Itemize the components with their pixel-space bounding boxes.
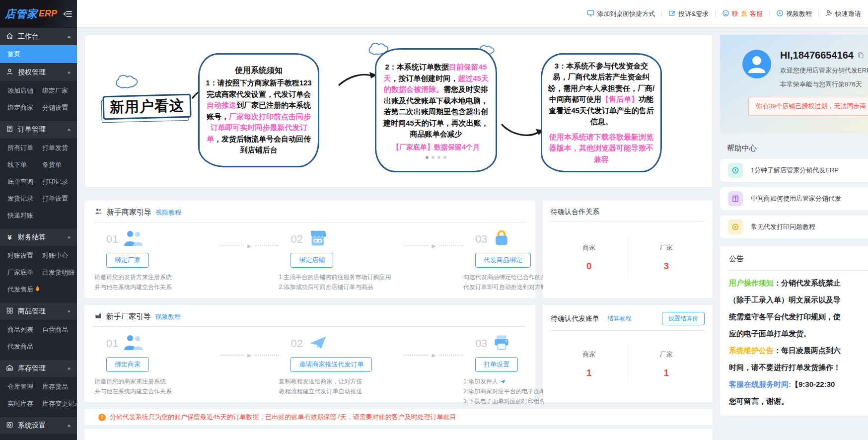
sidebar-section-finance[interactable]: ¥ 财务结算 ▲ bbox=[0, 228, 77, 246]
help-item-label: 常见代发打印问题教程 bbox=[751, 222, 815, 231]
video-tutorial-link[interactable]: 视频教程 bbox=[155, 208, 181, 217]
pending-bills-panel: 待确认代发账单 结算教程 设置结算价 商家 1 厂家 1 bbox=[543, 305, 713, 402]
section-label: 系统设置 bbox=[18, 421, 46, 430]
goods-bind-button[interactable]: 代发商品绑定 bbox=[475, 253, 531, 268]
sidebar-section-stock[interactable]: 库存管理 ▲ bbox=[0, 359, 77, 377]
copy-icon[interactable] bbox=[857, 50, 864, 61]
order-items: 所有订单 打单发货 线下单 备货单 底单查询 打印记录 发货记录 打单设置 快递… bbox=[0, 138, 77, 228]
sidebar-item[interactable]: 对账设置 bbox=[7, 247, 42, 264]
user-greeting: HI,18476654164 bbox=[780, 50, 854, 61]
help-item-print-faq[interactable]: 常见代发打印问题教程 bbox=[720, 216, 868, 238]
bubble-title: 使用系统须知 bbox=[205, 65, 313, 76]
carousel-dot[interactable] bbox=[443, 156, 446, 159]
bubble-text: 1：请按照下方商家新手教程123完成商家代发设置，代发订单会自动推送到厂家已注册… bbox=[205, 77, 313, 156]
contact-service-link[interactable]: 联 系 客服 bbox=[722, 9, 763, 18]
brand-en: ERP bbox=[39, 8, 57, 19]
finance-items: 对账设置 对账中心 厂家底单 已发货明细 代发售后 bbox=[0, 246, 77, 302]
sidebar-item[interactable]: 打印记录 bbox=[42, 173, 77, 190]
divider bbox=[661, 10, 662, 17]
sidebar-section-auth[interactable]: 授权管理 ▲ bbox=[0, 63, 77, 81]
play-icon bbox=[776, 9, 784, 18]
plane-icon bbox=[500, 379, 506, 384]
sidebar-item[interactable]: 自营商品 bbox=[42, 321, 77, 338]
step-arrow: ▶ bbox=[220, 304, 279, 406]
help-item-intro[interactable]: 1分钟了解店管家分销代发ERP bbox=[720, 159, 868, 182]
link-label: 添加到桌面快捷方式 bbox=[597, 9, 655, 18]
merchant-guide-card: 新手商家引导 视频教程 01 绑定厂家 请邀请您的发货方来注册系统 并与他在系统… bbox=[84, 201, 535, 298]
print-settings-button[interactable]: 打单设置 bbox=[475, 357, 518, 372]
sidebar-item[interactable]: 商品列表 bbox=[7, 321, 42, 338]
section-label: 商品管理 bbox=[18, 307, 46, 316]
notice-bubble-2: 2：本系统订单数据目前保留45天，按订单创建时间，超过45天的数据会被清除。需您… bbox=[375, 48, 497, 172]
sidebar-item[interactable]: 实时库存 bbox=[7, 395, 42, 412]
pending-cooperation-panel: 待确认合作关系 商家 0 厂家 3 bbox=[543, 201, 713, 298]
sidebar-item[interactable]: 添加店铺 bbox=[7, 82, 42, 99]
guide-step: 02 绑定店铺 1:主流平台的店铺需前往服务市场订购应用 2:添加成功后可同步店… bbox=[279, 229, 404, 293]
sidebar-item[interactable]: 微信授权 bbox=[42, 436, 77, 440]
sidebar-item[interactable]: 库存货品 bbox=[42, 378, 77, 395]
announcement-line: 系统维护公告：每日凌晨两点到六 bbox=[729, 342, 868, 359]
step-arrow: ▶ bbox=[404, 304, 463, 406]
sidebar-item[interactable]: 仓库管理 bbox=[7, 378, 42, 395]
section-title: 新手商家引导 bbox=[107, 208, 151, 217]
set-settlement-price-button[interactable]: 设置结算价 bbox=[662, 312, 705, 325]
carousel-dot[interactable] bbox=[432, 156, 434, 159]
data-retention-warning: ! 分销代发系统只为您的账户保留最近45天的订单数据，已出账的账单有效期保留7天… bbox=[84, 409, 713, 425]
video-tutorial-link[interactable]: 视频教程 bbox=[155, 312, 181, 321]
sidebar-item[interactable]: 分销设置 bbox=[42, 99, 77, 116]
sidebar-item[interactable]: 绑定厂家 bbox=[42, 82, 77, 99]
link-label: 系 bbox=[741, 9, 747, 18]
quick-invite-link[interactable]: 快速邀请 bbox=[825, 9, 861, 18]
sidebar-item-home[interactable]: 首页 bbox=[0, 45, 77, 63]
people-group-icon bbox=[94, 208, 103, 217]
new-user-banner: 新用户看这 使用系统须知 1：请按照下方商家新手教程123完成商家代发设置，代发… bbox=[84, 35, 713, 188]
help-item-middleman[interactable]: 中间商如何使用店管家分销代发 bbox=[720, 187, 868, 210]
sidebar-item[interactable]: 打单发货 bbox=[42, 140, 77, 156]
step-number: 03 bbox=[475, 233, 487, 246]
feedback-link[interactable]: 投诉&需求 bbox=[668, 9, 709, 18]
video-tutorial-link[interactable]: 视频教程 bbox=[776, 9, 812, 18]
printer-icon bbox=[492, 333, 511, 354]
sidebar-section-system[interactable]: 系统设置 ▲ bbox=[0, 416, 77, 434]
sidebar-item[interactable]: 代发商品 bbox=[7, 338, 42, 355]
carousel-dot[interactable] bbox=[426, 156, 429, 159]
sidebar-item[interactable]: 已发货明细 bbox=[42, 264, 77, 281]
sidebar-item[interactable]: 发货记录 bbox=[7, 190, 42, 207]
sidebar-item[interactable]: 打单设置 bbox=[42, 190, 77, 207]
sidebar-item[interactable]: 绑定商家 bbox=[7, 99, 42, 116]
bubble-text: 2：本系统订单数据目前保留45天，按订单创建时间，超过45天的数据会被清除。需您… bbox=[381, 62, 491, 140]
bind-factory-button[interactable]: 绑定厂家 bbox=[106, 253, 149, 268]
carousel-dot[interactable] bbox=[437, 156, 440, 159]
sidebar-section-workbench[interactable]: 工作台 ▲ bbox=[0, 27, 77, 45]
sidebar-item[interactable]: 账户管理 bbox=[7, 436, 42, 440]
sidebar-item[interactable]: 所有订单 bbox=[7, 140, 42, 156]
sidebar-item[interactable]: 厂家底单 bbox=[7, 264, 42, 281]
merchant-count: 商家 0 bbox=[551, 243, 628, 272]
shop-auth-expired-alert[interactable]: 你有39个店铺已授权过期，无法同步商 bbox=[748, 97, 868, 116]
bottom-card bbox=[84, 429, 713, 440]
announcement-line: （除手工录入单）明文展示以及导 bbox=[729, 292, 868, 308]
chevron-up-icon: ▲ bbox=[67, 34, 72, 39]
bind-shop-button[interactable]: 绑定店铺 bbox=[290, 253, 333, 268]
sidebar-item[interactable]: 备货单 bbox=[42, 156, 77, 173]
sidebar-section-goods[interactable]: 商品管理 ▲ bbox=[0, 302, 77, 320]
step-description: 请邀请您的商家来注册系统 并与他在系统内建立合作关系 bbox=[94, 377, 220, 397]
settlement-tutorial-link[interactable]: 结算教程 bbox=[607, 314, 631, 323]
sidebar-item[interactable]: 底单查询 bbox=[7, 173, 42, 190]
invite-push-orders-button[interactable]: 邀请商家推送代发订单 bbox=[290, 357, 372, 372]
sidebar-section-orders[interactable]: 订单管理 ▲ bbox=[0, 120, 77, 138]
chevron-up-icon: ▲ bbox=[67, 423, 72, 428]
bind-merchant-button[interactable]: 绑定商家 bbox=[106, 357, 149, 372]
sidebar-item-aftersale[interactable]: 代发售后 bbox=[7, 281, 42, 298]
sidebar-item[interactable]: 库存变更记录 bbox=[42, 395, 77, 412]
sidebar-item[interactable]: 快递对账 bbox=[7, 207, 42, 224]
chevron-up-icon: ▲ bbox=[67, 366, 72, 370]
sidebar-item[interactable]: 线下单 bbox=[7, 156, 42, 173]
step-number: 02 bbox=[290, 233, 302, 246]
sidebar-item[interactable]: 对账中心 bbox=[42, 247, 77, 264]
person-icon bbox=[6, 68, 13, 77]
collapse-sidebar-icon[interactable] bbox=[63, 10, 72, 17]
auth-items: 添加店铺 绑定厂家 绑定商家 分销设置 bbox=[0, 81, 77, 120]
add-desktop-shortcut-link[interactable]: 添加到桌面快捷方式 bbox=[587, 9, 655, 18]
step-description: 1:主流平台的店铺需前往服务市场订购应用 2:添加成功后可同步店铺订单与商品 bbox=[279, 273, 404, 293]
